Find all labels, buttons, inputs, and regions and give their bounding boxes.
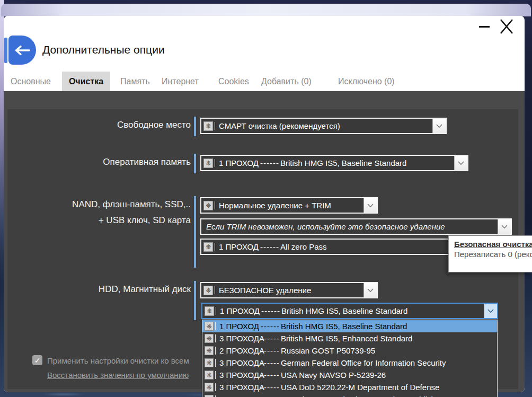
chevron-down-icon[interactable]	[454, 156, 467, 170]
chevron-down-icon[interactable]	[363, 283, 377, 297]
hdd-label: HDD, Магнитный диск	[5, 284, 191, 295]
list-item[interactable]: ❋ 3 ПРОХОДА ------ Canada Communications…	[202, 393, 497, 397]
item-passes: 3 ПРОХОДА	[219, 358, 261, 367]
item-dashes: ------	[261, 383, 281, 392]
tooltip-title: Безопасная очистка с	[454, 240, 532, 249]
separator	[215, 201, 215, 209]
item-passes: 3 ПРОХОДА	[219, 383, 261, 392]
separator	[215, 322, 216, 330]
wipe-pattern-icon: ❋	[205, 358, 214, 367]
parent-window-titlebar	[1, 4, 531, 16]
close-icon	[498, 18, 516, 35]
tab-osnovnye[interactable]: Основные	[11, 72, 51, 91]
wipe-pattern-icon: ❋	[203, 242, 213, 252]
wipe-pattern-icon: ❋	[205, 370, 214, 380]
item-standard: Russian GOST P50739-95	[281, 346, 375, 355]
wipe-pattern-icon: ❋	[205, 322, 214, 331]
list-item[interactable]: ❋ 1 ПРОХОД ------ British HMG IS5, Basel…	[202, 320, 497, 332]
separator	[215, 286, 215, 294]
wipe-pattern-icon: ❋	[205, 334, 214, 343]
tooltip: Безопасная очистка с Перезаписать 0 (рек…	[448, 235, 532, 272]
close-button[interactable]	[498, 18, 516, 35]
minimize-button[interactable]	[477, 21, 491, 31]
hdd-delete-mode-value: БЕЗОПАСНОЕ удаление	[219, 286, 327, 295]
nand-accent-bar	[194, 196, 196, 268]
list-item[interactable]: ❋ 2 ПРОХОДА ------ Russian GOST P50739-9…	[202, 345, 497, 357]
restore-defaults-link[interactable]: Восстановить значения по умолчанию	[47, 370, 189, 380]
hdd-pass-combobox[interactable]: ❋ 1 ПРОХОД ------ British HMG IS5, Basel…	[201, 303, 498, 319]
item-dashes: ------	[261, 358, 281, 367]
wipe-standard-list: ❋ 1 ПРОХОД ------ British HMG IS5, Basel…	[202, 320, 498, 397]
nand-passes: 1 ПРОХОД	[219, 242, 260, 251]
item-dashes: ------	[261, 395, 281, 397]
separator	[215, 359, 216, 367]
hdd-standard: British HMG IS5, Baseline Standard	[281, 306, 423, 315]
check-icon: ✓	[34, 356, 41, 365]
nand-standard: All zero Pass	[280, 242, 343, 251]
hdd-accent-bar	[194, 281, 196, 320]
hdd-delete-mode-dropdown[interactable]: ❋ БЕЗОПАСНОЕ удаление	[200, 282, 378, 298]
wipe-pattern-icon: ❋	[203, 286, 213, 295]
screen: Дополнительные опции Основные Очистка Па…	[0, 0, 532, 397]
list-item[interactable]: ❋ 3 ПРОХОДА ------ USA DoD 5220.22-M Dep…	[202, 381, 497, 393]
hdd-passes: 1 ПРОХОД	[220, 306, 261, 315]
separator	[215, 243, 215, 251]
item-dashes: ------	[261, 334, 281, 343]
item-standard: USA Navy NAVSO P-5239-26	[281, 370, 386, 380]
item-dashes: ------	[261, 370, 281, 380]
free-space-dropdown-value: СМАРТ очистка (рекомендуется)	[219, 121, 356, 130]
separator	[215, 383, 216, 391]
tab-internet[interactable]: Интернет	[162, 72, 199, 91]
tab-cookies[interactable]: Cookies	[218, 72, 249, 91]
chevron-down-icon[interactable]	[432, 119, 446, 133]
item-passes: 3 ПРОХОДА	[219, 395, 261, 397]
free-space-accent-bar	[194, 117, 196, 136]
nand-label-line1: NAND, флэш-память, SSD,..	[5, 199, 191, 210]
nand-delete-mode-dropdown[interactable]: ❋ Нормальное удаление + TRIM	[200, 197, 378, 214]
item-dashes: ------	[261, 322, 281, 331]
ram-standard: British HMG IS5, Baseline Standard	[280, 158, 422, 167]
item-passes: 2 ПРОХОДА	[219, 346, 261, 355]
tooltip-body: Перезаписать 0 (рекоме	[454, 250, 532, 259]
list-item[interactable]: ❋ 3 ПРОХОДА ------ USA Navy NAVSO P-5239…	[202, 369, 497, 381]
apply-settings-checkbox[interactable]: ✓	[32, 355, 42, 365]
list-item[interactable]: ❋ 3 ПРОХОДА ------ British HMG IS5, Enha…	[202, 332, 497, 345]
item-standard: USA DoD 5220.22-M Department of Defense	[281, 383, 439, 392]
wipe-pattern-icon: ❋	[205, 346, 214, 355]
wipe-pattern-icon: ❋	[203, 201, 213, 210]
back-button-accent	[4, 38, 7, 63]
tab-ochistka[interactable]: Очистка	[62, 72, 110, 91]
nand-label-line2: + USB ключ, SD карта	[5, 215, 191, 226]
separator	[215, 334, 216, 342]
nand-trim-fallback-dropdown[interactable]: Если TRIM невозможен, используйте это бе…	[200, 218, 512, 235]
chevron-down-icon[interactable]	[484, 304, 497, 318]
ram-passes: 1 ПРОХОД	[219, 158, 260, 167]
free-space-dropdown[interactable]: ❋ СМАРТ очистка (рекомендуется)	[200, 118, 447, 134]
ram-label: Оперативная память	[5, 157, 191, 167]
chevron-down-icon[interactable]	[363, 198, 377, 213]
separator	[215, 371, 216, 379]
wipe-pattern-icon: ❋	[205, 383, 214, 392]
nand-trim-fallback-value: Если TRIM невозможен, используйте это бе…	[206, 222, 461, 231]
ram-accent-bar	[194, 154, 196, 173]
item-dashes: ------	[261, 346, 281, 355]
nand-delete-mode-value: Нормальное удаление + TRIM	[219, 201, 347, 210]
tab-pamyat[interactable]: Память	[120, 72, 150, 91]
wipe-pattern-icon: ❋	[205, 395, 214, 397]
page-title: Дополнительные опции	[42, 43, 165, 56]
arrow-left-icon	[14, 45, 31, 56]
tab-isklyucheno[interactable]: Исключено (0)	[338, 72, 395, 91]
item-standard: British HMG IS5, Enhanced Standard	[281, 334, 412, 343]
item-standard: German Federal Office for Information Se…	[281, 358, 446, 367]
nand-dashes: ------	[260, 242, 280, 251]
list-item[interactable]: ❋ 3 ПРОХОДА ------ German Federal Office…	[202, 357, 497, 369]
wipe-pattern-icon: ❋	[203, 121, 213, 131]
separator	[215, 159, 215, 167]
ram-dropdown[interactable]: ❋ 1 ПРОХОД ------ British HMG IS5, Basel…	[200, 155, 468, 171]
tab-dobavit[interactable]: Добавить (0)	[261, 72, 312, 91]
separator	[215, 347, 216, 355]
chevron-down-icon[interactable]	[498, 219, 511, 234]
ram-dashes: ------	[260, 158, 280, 167]
wipe-pattern-icon: ❋	[203, 158, 213, 168]
apply-settings-label: Применить настройки очистки ко всем	[47, 356, 189, 365]
